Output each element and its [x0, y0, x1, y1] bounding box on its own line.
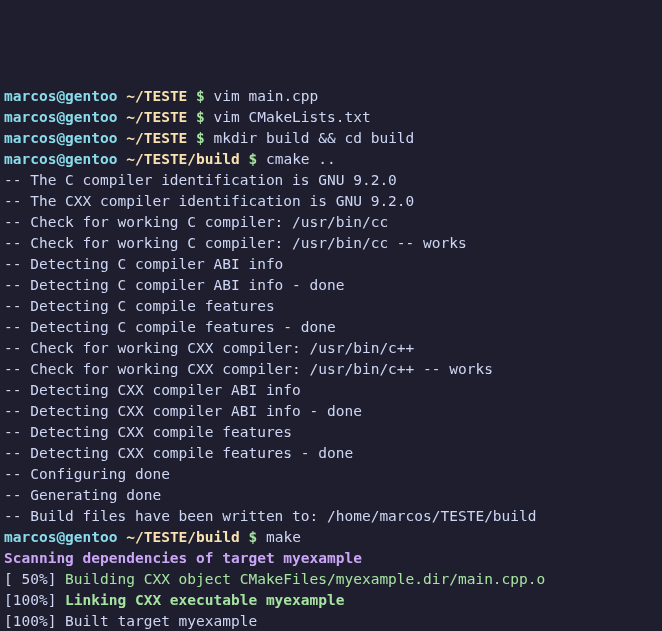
- prompt-line: marcos@gentoo ~/TESTE/build $ make: [4, 527, 658, 548]
- user-host: marcos@gentoo: [4, 88, 118, 104]
- cmake-output-line: -- Generating done: [4, 485, 658, 506]
- build-percent: [ 50%]: [4, 571, 65, 587]
- user-host: marcos@gentoo: [4, 151, 118, 167]
- cmake-output-line: -- Detecting C compile features - done: [4, 317, 658, 338]
- build-text: Building CXX object CMakeFiles/myexample…: [65, 571, 545, 587]
- prompt-line: marcos@gentoo ~/TESTE $ vim main.cpp: [4, 86, 658, 107]
- prompt-line: marcos@gentoo ~/TESTE/build $ cmake ..: [4, 149, 658, 170]
- path: ~/TESTE: [126, 88, 187, 104]
- user-host: marcos@gentoo: [4, 529, 118, 545]
- prompt-symbol: $: [196, 88, 205, 104]
- cmake-output-line: -- The C compiler identification is GNU …: [4, 170, 658, 191]
- path: ~/TESTE/build: [126, 529, 240, 545]
- command: cmake ..: [266, 151, 336, 167]
- cmake-output-line: -- Check for working CXX compiler: /usr/…: [4, 338, 658, 359]
- make-link-line: [100%] Linking CXX executable myexample: [4, 590, 658, 611]
- command: vim main.cpp: [214, 88, 319, 104]
- cmake-output-line: -- Detecting C compiler ABI info - done: [4, 275, 658, 296]
- make-scanning-line: Scanning dependencies of target myexampl…: [4, 548, 658, 569]
- make-built-line: [100%] Built target myexample: [4, 611, 658, 631]
- user-host: marcos@gentoo: [4, 109, 118, 125]
- cmake-output-line: -- Detecting C compiler ABI info: [4, 254, 658, 275]
- command: vim CMakeLists.txt: [214, 109, 371, 125]
- cmake-output-line: -- Detecting C compile features: [4, 296, 658, 317]
- make-build-line: [ 50%] Building CXX object CMakeFiles/my…: [4, 569, 658, 590]
- command: mkdir build && cd build: [214, 130, 415, 146]
- cmake-output-line: -- Build files have been written to: /ho…: [4, 506, 658, 527]
- prompt-symbol: $: [196, 130, 205, 146]
- prompt-symbol: $: [248, 529, 257, 545]
- cmake-output-line: -- Detecting CXX compile features: [4, 422, 658, 443]
- path: ~/TESTE: [126, 109, 187, 125]
- cmake-output-line: -- Detecting CXX compiler ABI info - don…: [4, 401, 658, 422]
- path: ~/TESTE/build: [126, 151, 240, 167]
- path: ~/TESTE: [126, 130, 187, 146]
- cmake-output-line: -- Detecting CXX compile features - done: [4, 443, 658, 464]
- cmake-output-line: -- Check for working C compiler: /usr/bi…: [4, 233, 658, 254]
- link-text: Linking CXX executable myexample: [65, 592, 344, 608]
- prompt-line: marcos@gentoo ~/TESTE $ mkdir build && c…: [4, 128, 658, 149]
- prompt-symbol: $: [196, 109, 205, 125]
- cmake-output-line: -- Check for working C compiler: /usr/bi…: [4, 212, 658, 233]
- command: make: [266, 529, 301, 545]
- cmake-output-line: -- Check for working CXX compiler: /usr/…: [4, 359, 658, 380]
- cmake-output-line: -- The CXX compiler identification is GN…: [4, 191, 658, 212]
- link-percent: [100%]: [4, 592, 65, 608]
- cmake-output-line: -- Detecting CXX compiler ABI info: [4, 380, 658, 401]
- prompt-symbol: $: [248, 151, 257, 167]
- terminal[interactable]: marcos@gentoo ~/TESTE $ vim main.cppmarc…: [4, 86, 658, 631]
- cmake-output-line: -- Configuring done: [4, 464, 658, 485]
- prompt-line: marcos@gentoo ~/TESTE $ vim CMakeLists.t…: [4, 107, 658, 128]
- user-host: marcos@gentoo: [4, 130, 118, 146]
